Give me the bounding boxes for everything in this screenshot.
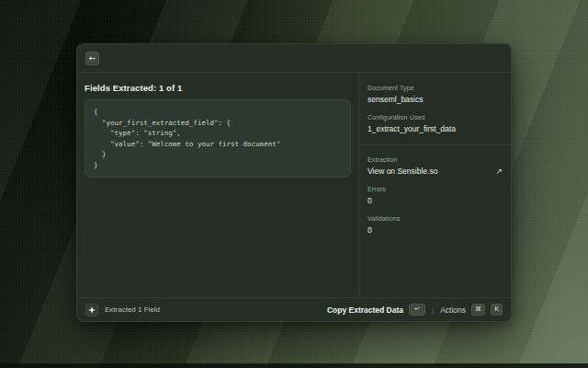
configuration-value: 1_extract_your_first_data: [368, 124, 503, 133]
extracted-json-code: { "your_first_extracted_field": { "type"…: [94, 107, 342, 170]
footer-actions: Copy Extracted Data ↵ | Actions ⌘ K: [327, 304, 503, 316]
errors-value: 0: [368, 196, 503, 205]
extraction-results-modal: ← Fields Extracted: 1 of 1 { "your_first…: [76, 43, 512, 322]
validations-value: 0: [368, 225, 503, 235]
back-button[interactable]: ←: [85, 52, 99, 65]
validations-field: Validations 0: [368, 215, 503, 235]
extracted-json-block: { "your_first_extracted_field": { "type"…: [85, 99, 351, 178]
extraction-field: Extraction View on Sensible.so ↗: [368, 156, 503, 176]
extraction-label: Extraction: [368, 156, 503, 163]
document-type-label: Document Type: [368, 85, 503, 91]
sensible-logo-icon: [88, 306, 96, 314]
external-link-icon: ↗: [495, 167, 503, 176]
footer-separator: |: [432, 305, 434, 314]
copy-extracted-data-button[interactable]: Copy Extracted Data ↵: [327, 304, 425, 316]
actions-label: Actions: [440, 305, 466, 315]
extraction-status: Extracted 1 Field: [85, 304, 327, 316]
actions-button[interactable]: Actions ⌘ K: [440, 304, 503, 316]
errors-label: Errors: [368, 186, 503, 192]
configuration-field: Configuration Used 1_extract_your_first_…: [368, 114, 503, 133]
details-pane: Document Type senseml_basics Configurati…: [360, 73, 511, 297]
section-divider: [360, 144, 511, 145]
document-type-field: Document Type senseml_basics: [368, 85, 503, 104]
validations-label: Validations: [368, 215, 503, 222]
k-key-icon: K: [491, 304, 503, 316]
sensible-logo-badge: [85, 304, 98, 316]
fields-extracted-pane: Fields Extracted: 1 of 1 { "your_first_e…: [77, 73, 359, 297]
status-text: Extracted 1 Field: [105, 305, 160, 314]
errors-field: Errors 0: [368, 186, 503, 205]
enter-key-icon: ↵: [409, 304, 425, 316]
document-type-value: senseml_basics: [368, 95, 503, 104]
background-bottom-strip: [0, 363, 588, 368]
modal-footer: Extracted 1 Field Copy Extracted Data ↵ …: [77, 297, 511, 321]
configuration-label: Configuration Used: [368, 114, 503, 121]
fields-extracted-title: Fields Extracted: 1 of 1: [85, 83, 351, 93]
modal-header: ←: [77, 44, 511, 73]
modal-body: Fields Extracted: 1 of 1 { "your_first_e…: [77, 73, 511, 297]
copy-extracted-data-label: Copy Extracted Data: [327, 305, 403, 315]
view-on-sensible-label: View on Sensible.so: [368, 167, 437, 176]
command-key-icon: ⌘: [471, 304, 485, 316]
back-arrow-icon: ←: [89, 54, 96, 63]
view-on-sensible-link[interactable]: View on Sensible.so ↗: [368, 167, 503, 176]
